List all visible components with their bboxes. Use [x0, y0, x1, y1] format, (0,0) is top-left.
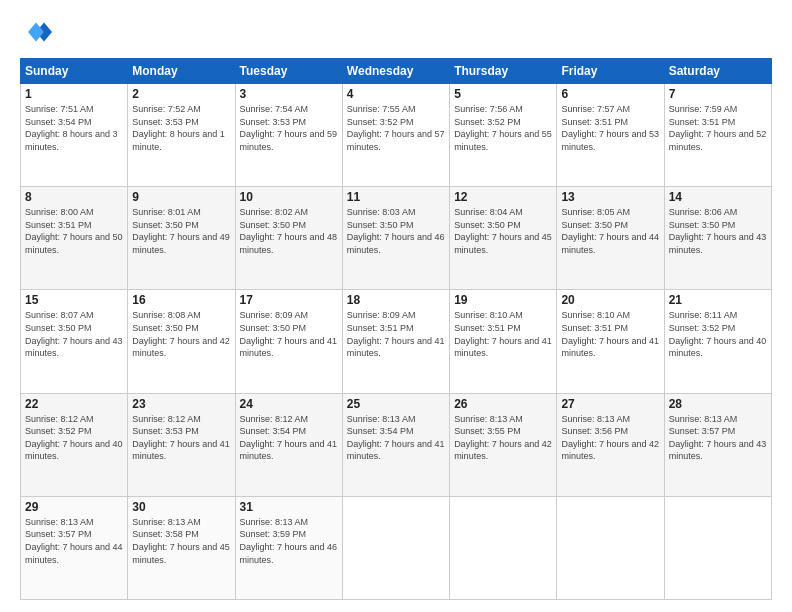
cell-content: Sunrise: 8:13 AMSunset: 3:55 PMDaylight:… [454, 413, 552, 463]
cell-content: Sunrise: 8:04 AMSunset: 3:50 PMDaylight:… [454, 206, 552, 256]
calendar-table: SundayMondayTuesdayWednesdayThursdayFrid… [20, 58, 772, 600]
cell-content: Sunrise: 8:12 AMSunset: 3:54 PMDaylight:… [240, 413, 338, 463]
calendar-header-friday: Friday [557, 59, 664, 84]
calendar-cell: 26Sunrise: 8:13 AMSunset: 3:55 PMDayligh… [450, 393, 557, 496]
day-number: 12 [454, 190, 552, 204]
calendar-cell: 11Sunrise: 8:03 AMSunset: 3:50 PMDayligh… [342, 187, 449, 290]
day-number: 2 [132, 87, 230, 101]
cell-content: Sunrise: 8:03 AMSunset: 3:50 PMDaylight:… [347, 206, 445, 256]
cell-content: Sunrise: 8:13 AMSunset: 3:59 PMDaylight:… [240, 516, 338, 566]
calendar-cell: 22Sunrise: 8:12 AMSunset: 3:52 PMDayligh… [21, 393, 128, 496]
calendar-cell: 19Sunrise: 8:10 AMSunset: 3:51 PMDayligh… [450, 290, 557, 393]
calendar-header-saturday: Saturday [664, 59, 771, 84]
day-number: 24 [240, 397, 338, 411]
day-number: 7 [669, 87, 767, 101]
cell-content: Sunrise: 8:06 AMSunset: 3:50 PMDaylight:… [669, 206, 767, 256]
day-number: 17 [240, 293, 338, 307]
calendar-cell [557, 496, 664, 599]
calendar-cell: 12Sunrise: 8:04 AMSunset: 3:50 PMDayligh… [450, 187, 557, 290]
calendar-header-tuesday: Tuesday [235, 59, 342, 84]
day-number: 22 [25, 397, 123, 411]
calendar-week-row: 15Sunrise: 8:07 AMSunset: 3:50 PMDayligh… [21, 290, 772, 393]
day-number: 15 [25, 293, 123, 307]
page: SundayMondayTuesdayWednesdayThursdayFrid… [0, 0, 792, 612]
calendar-cell: 6Sunrise: 7:57 AMSunset: 3:51 PMDaylight… [557, 84, 664, 187]
day-number: 27 [561, 397, 659, 411]
cell-content: Sunrise: 7:51 AMSunset: 3:54 PMDaylight:… [25, 103, 123, 153]
calendar-cell: 23Sunrise: 8:12 AMSunset: 3:53 PMDayligh… [128, 393, 235, 496]
logo-icon [20, 16, 52, 48]
cell-content: Sunrise: 8:02 AMSunset: 3:50 PMDaylight:… [240, 206, 338, 256]
calendar-cell: 30Sunrise: 8:13 AMSunset: 3:58 PMDayligh… [128, 496, 235, 599]
header [20, 16, 772, 48]
calendar-cell: 16Sunrise: 8:08 AMSunset: 3:50 PMDayligh… [128, 290, 235, 393]
cell-content: Sunrise: 7:52 AMSunset: 3:53 PMDaylight:… [132, 103, 230, 153]
calendar-cell [342, 496, 449, 599]
calendar-week-row: 29Sunrise: 8:13 AMSunset: 3:57 PMDayligh… [21, 496, 772, 599]
calendar-cell: 20Sunrise: 8:10 AMSunset: 3:51 PMDayligh… [557, 290, 664, 393]
cell-content: Sunrise: 8:12 AMSunset: 3:53 PMDaylight:… [132, 413, 230, 463]
day-number: 18 [347, 293, 445, 307]
day-number: 9 [132, 190, 230, 204]
cell-content: Sunrise: 8:12 AMSunset: 3:52 PMDaylight:… [25, 413, 123, 463]
cell-content: Sunrise: 8:10 AMSunset: 3:51 PMDaylight:… [454, 309, 552, 359]
cell-content: Sunrise: 8:11 AMSunset: 3:52 PMDaylight:… [669, 309, 767, 359]
calendar-cell: 15Sunrise: 8:07 AMSunset: 3:50 PMDayligh… [21, 290, 128, 393]
calendar-cell: 25Sunrise: 8:13 AMSunset: 3:54 PMDayligh… [342, 393, 449, 496]
cell-content: Sunrise: 8:09 AMSunset: 3:51 PMDaylight:… [347, 309, 445, 359]
day-number: 30 [132, 500, 230, 514]
calendar-cell: 21Sunrise: 8:11 AMSunset: 3:52 PMDayligh… [664, 290, 771, 393]
day-number: 19 [454, 293, 552, 307]
cell-content: Sunrise: 8:07 AMSunset: 3:50 PMDaylight:… [25, 309, 123, 359]
calendar-header-thursday: Thursday [450, 59, 557, 84]
day-number: 23 [132, 397, 230, 411]
cell-content: Sunrise: 7:55 AMSunset: 3:52 PMDaylight:… [347, 103, 445, 153]
cell-content: Sunrise: 8:01 AMSunset: 3:50 PMDaylight:… [132, 206, 230, 256]
calendar-cell: 28Sunrise: 8:13 AMSunset: 3:57 PMDayligh… [664, 393, 771, 496]
calendar-cell: 13Sunrise: 8:05 AMSunset: 3:50 PMDayligh… [557, 187, 664, 290]
calendar-cell: 27Sunrise: 8:13 AMSunset: 3:56 PMDayligh… [557, 393, 664, 496]
day-number: 1 [25, 87, 123, 101]
calendar-cell: 29Sunrise: 8:13 AMSunset: 3:57 PMDayligh… [21, 496, 128, 599]
calendar-header-wednesday: Wednesday [342, 59, 449, 84]
calendar-week-row: 1Sunrise: 7:51 AMSunset: 3:54 PMDaylight… [21, 84, 772, 187]
cell-content: Sunrise: 8:10 AMSunset: 3:51 PMDaylight:… [561, 309, 659, 359]
calendar-cell: 5Sunrise: 7:56 AMSunset: 3:52 PMDaylight… [450, 84, 557, 187]
calendar-cell: 17Sunrise: 8:09 AMSunset: 3:50 PMDayligh… [235, 290, 342, 393]
day-number: 8 [25, 190, 123, 204]
calendar-cell [450, 496, 557, 599]
cell-content: Sunrise: 8:13 AMSunset: 3:56 PMDaylight:… [561, 413, 659, 463]
day-number: 28 [669, 397, 767, 411]
calendar-cell: 24Sunrise: 8:12 AMSunset: 3:54 PMDayligh… [235, 393, 342, 496]
calendar-week-row: 8Sunrise: 8:00 AMSunset: 3:51 PMDaylight… [21, 187, 772, 290]
cell-content: Sunrise: 7:56 AMSunset: 3:52 PMDaylight:… [454, 103, 552, 153]
calendar-cell: 31Sunrise: 8:13 AMSunset: 3:59 PMDayligh… [235, 496, 342, 599]
calendar-cell: 9Sunrise: 8:01 AMSunset: 3:50 PMDaylight… [128, 187, 235, 290]
day-number: 5 [454, 87, 552, 101]
calendar-cell: 4Sunrise: 7:55 AMSunset: 3:52 PMDaylight… [342, 84, 449, 187]
cell-content: Sunrise: 8:00 AMSunset: 3:51 PMDaylight:… [25, 206, 123, 256]
day-number: 6 [561, 87, 659, 101]
day-number: 29 [25, 500, 123, 514]
logo [20, 16, 56, 48]
day-number: 26 [454, 397, 552, 411]
day-number: 31 [240, 500, 338, 514]
calendar-week-row: 22Sunrise: 8:12 AMSunset: 3:52 PMDayligh… [21, 393, 772, 496]
calendar-cell: 10Sunrise: 8:02 AMSunset: 3:50 PMDayligh… [235, 187, 342, 290]
cell-content: Sunrise: 8:05 AMSunset: 3:50 PMDaylight:… [561, 206, 659, 256]
calendar-cell: 3Sunrise: 7:54 AMSunset: 3:53 PMDaylight… [235, 84, 342, 187]
calendar-cell: 14Sunrise: 8:06 AMSunset: 3:50 PMDayligh… [664, 187, 771, 290]
day-number: 20 [561, 293, 659, 307]
calendar-cell [664, 496, 771, 599]
calendar-cell: 8Sunrise: 8:00 AMSunset: 3:51 PMDaylight… [21, 187, 128, 290]
cell-content: Sunrise: 7:54 AMSunset: 3:53 PMDaylight:… [240, 103, 338, 153]
day-number: 16 [132, 293, 230, 307]
day-number: 3 [240, 87, 338, 101]
day-number: 13 [561, 190, 659, 204]
cell-content: Sunrise: 8:08 AMSunset: 3:50 PMDaylight:… [132, 309, 230, 359]
day-number: 14 [669, 190, 767, 204]
calendar-cell: 1Sunrise: 7:51 AMSunset: 3:54 PMDaylight… [21, 84, 128, 187]
cell-content: Sunrise: 8:13 AMSunset: 3:57 PMDaylight:… [25, 516, 123, 566]
cell-content: Sunrise: 8:13 AMSunset: 3:58 PMDaylight:… [132, 516, 230, 566]
cell-content: Sunrise: 8:13 AMSunset: 3:54 PMDaylight:… [347, 413, 445, 463]
